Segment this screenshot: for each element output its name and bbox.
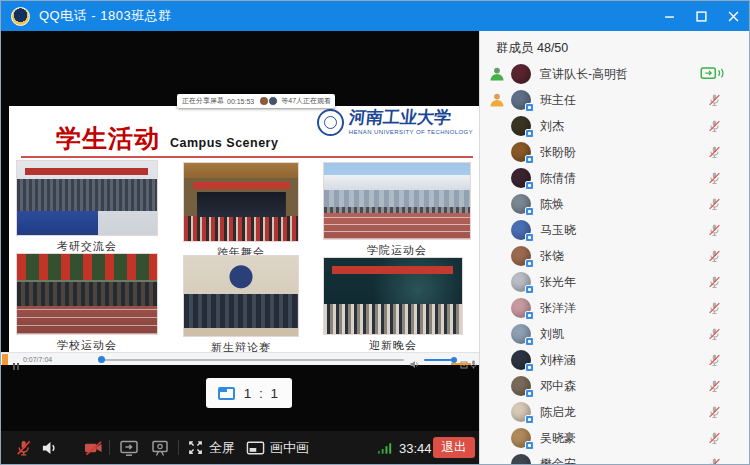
- muted-mic-icon[interactable]: [707, 353, 722, 368]
- slide-subtitle: Campus Scenery: [170, 136, 278, 150]
- speaker-button[interactable]: [40, 438, 59, 457]
- avatar: [511, 428, 531, 448]
- pip-button[interactable]: 画中画: [246, 439, 309, 457]
- call-duration: 33:44: [399, 440, 432, 455]
- member-row[interactable]: 马玉晓: [480, 217, 749, 243]
- progress-slider[interactable]: [99, 359, 404, 361]
- slide-photo: 迎新晚会: [323, 257, 463, 353]
- role-icon: [489, 92, 505, 108]
- pip-label: 画中画: [270, 439, 309, 457]
- photo-image: [183, 255, 299, 337]
- member-row[interactable]: 陈启龙: [480, 399, 749, 425]
- mute-mic-button[interactable]: [14, 438, 33, 457]
- muted-mic-icon[interactable]: [707, 145, 722, 160]
- speaker-icon: [40, 438, 59, 457]
- viewer-avatar: [268, 96, 278, 106]
- muted-mic-icon[interactable]: [707, 457, 722, 465]
- signal-strength-icon: [377, 441, 394, 455]
- slide-title: 学生活动: [56, 122, 160, 155]
- online-badge: [525, 207, 534, 216]
- member-row[interactable]: 张盼盼: [480, 139, 749, 165]
- pause-icon[interactable]: [13, 356, 21, 374]
- university-name: 河南工业大学: [348, 109, 474, 128]
- progress-handle[interactable]: [98, 356, 105, 363]
- muted-mic-icon[interactable]: [707, 275, 722, 290]
- volume-icon[interactable]: [410, 355, 420, 373]
- share-elapsed-time: 00:15:53: [227, 98, 254, 105]
- member-row[interactable]: 刘凯: [480, 321, 749, 347]
- share-status-label: 正在分享屏幕: [182, 96, 224, 106]
- muted-mic-icon[interactable]: [707, 93, 722, 108]
- share-screen-button[interactable]: [119, 439, 139, 457]
- muted-mic-icon[interactable]: [707, 301, 722, 316]
- muted-mic-icon[interactable]: [707, 119, 722, 134]
- orange-accent-strip: [2, 354, 8, 365]
- scale-ratio-label: 1 : 1: [244, 386, 280, 401]
- muted-mic-icon[interactable]: [707, 405, 722, 420]
- muted-mic-icon[interactable]: [707, 197, 722, 212]
- qq-call-window: QQ电话 - 1803班总群 正在分享屏幕 00:15:53 等47人正在观看: [0, 0, 750, 465]
- member-name: 陈倩倩: [540, 170, 576, 187]
- member-row[interactable]: 刘梓涵: [480, 347, 749, 373]
- avatar: [511, 454, 531, 464]
- university-name-en: HENAN UNIVERSITY OF TECHNOLOGY: [349, 129, 473, 135]
- online-badge: [525, 103, 534, 112]
- muted-mic-icon[interactable]: [707, 171, 722, 186]
- avatar: [511, 324, 531, 344]
- screen-sharing-icon: [700, 67, 725, 82]
- photo-caption: 考研交流会: [16, 239, 158, 254]
- player-mic-icon[interactable]: [470, 355, 477, 373]
- online-badge: [525, 389, 534, 398]
- maximize-icon: [696, 11, 707, 22]
- titlebar: QQ电话 - 1803班总群: [1, 1, 749, 31]
- volume-handle[interactable]: [451, 357, 457, 363]
- member-row[interactable]: 陈焕: [480, 191, 749, 217]
- member-name: 樊金安: [540, 456, 576, 465]
- avatar: [511, 272, 531, 292]
- member-list: 宣讲队长-高明哲 班主任: [480, 61, 749, 464]
- photo-caption: 学校运动会: [16, 338, 158, 353]
- whiteboard-button[interactable]: [150, 439, 170, 457]
- camera-off-button[interactable]: [83, 438, 104, 457]
- avatar: [511, 220, 531, 240]
- muted-mic-icon[interactable]: [707, 327, 722, 342]
- muted-mic-icon[interactable]: [707, 249, 722, 264]
- maximize-button[interactable]: [685, 1, 717, 31]
- photo-image: [323, 162, 471, 240]
- member-row[interactable]: 宣讲队长-高明哲: [480, 61, 749, 87]
- fullscreen-button[interactable]: 全屏: [187, 439, 235, 457]
- member-sidebar: 群成员 48/50 宣讲队长-高明哲: [479, 31, 749, 464]
- muted-mic-icon[interactable]: [707, 223, 722, 238]
- member-name: 刘杰: [540, 118, 564, 135]
- member-row[interactable]: 樊金安: [480, 451, 749, 464]
- minimize-button[interactable]: [653, 1, 685, 31]
- member-row[interactable]: 邓中森: [480, 373, 749, 399]
- qq-logo-icon: [11, 7, 30, 26]
- member-row[interactable]: 张饶: [480, 243, 749, 269]
- online-badge: [525, 233, 534, 242]
- muted-mic-icon[interactable]: [707, 379, 722, 394]
- member-row[interactable]: 吴晓豪: [480, 425, 749, 451]
- actual-size-button[interactable]: 1 : 1: [206, 378, 292, 408]
- member-name: 马玉晓: [540, 222, 576, 239]
- member-row[interactable]: 班主任: [480, 87, 749, 113]
- member-name: 陈启龙: [540, 404, 576, 421]
- window-title: QQ电话 - 1803班总群: [39, 7, 172, 25]
- photo-caption: 学院运动会: [323, 243, 471, 258]
- member-name: 刘梓涵: [540, 352, 576, 369]
- mic-muted-icon: [14, 438, 33, 457]
- exit-button[interactable]: 退出: [433, 437, 475, 458]
- call-toolbar: 全屏 画中画 33:44 退出: [1, 431, 479, 464]
- member-name: 吴晓豪: [540, 430, 576, 447]
- window-controls: [653, 1, 749, 31]
- member-row[interactable]: 张洋洋: [480, 295, 749, 321]
- close-button[interactable]: [717, 1, 749, 31]
- title-divider-line: [21, 156, 473, 158]
- member-row[interactable]: 刘杰: [480, 113, 749, 139]
- volume-slider[interactable]: [424, 359, 454, 361]
- member-row[interactable]: 陈倩倩: [480, 165, 749, 191]
- avatar: [511, 298, 531, 318]
- muted-mic-icon[interactable]: [707, 431, 722, 446]
- member-row[interactable]: 张光年: [480, 269, 749, 295]
- avatar: [511, 246, 531, 266]
